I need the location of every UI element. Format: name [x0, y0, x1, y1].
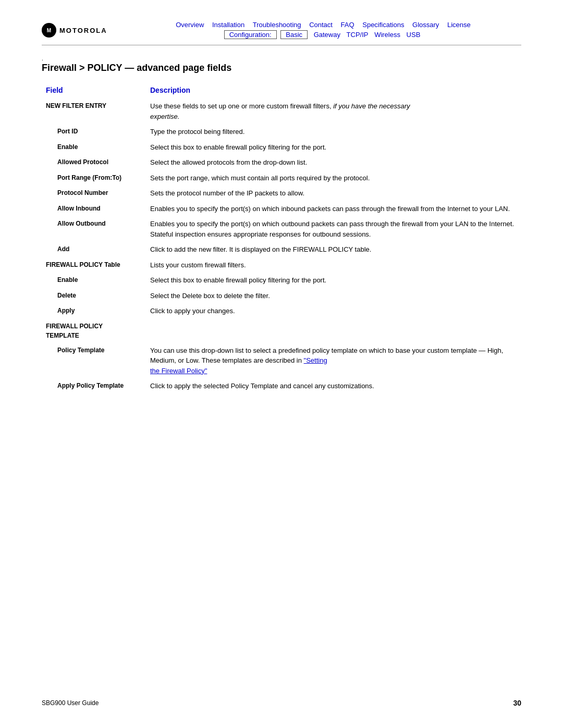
- description-cell: Select this box to enable firewall polic…: [146, 140, 521, 155]
- page-title: Firewall > POLICY — advanced page fields: [42, 63, 521, 73]
- table-row: Protocol NumberSets the protocol number …: [42, 186, 521, 201]
- table-row: FIREWALL POLICY TableLists your custom f…: [42, 257, 521, 273]
- nav-configuration-label: Configuration:: [224, 30, 277, 39]
- italic-text: if you have the necessaryexpertise.: [150, 102, 410, 120]
- field-cell: Delete: [42, 288, 146, 304]
- footer-page-number: 30: [513, 699, 521, 707]
- content-table: Field Description NEW FILTER ENTRYUse th…: [42, 84, 521, 394]
- nav-wireless[interactable]: Wireless: [374, 31, 400, 39]
- nav-contact[interactable]: Contact: [309, 21, 333, 29]
- field-cell: Apply: [42, 303, 146, 319]
- table-header-row: Field Description: [42, 84, 521, 98]
- header-divider: [42, 45, 521, 45]
- description-cell: Lists your custom firewall filters.: [146, 257, 521, 273]
- field-cell: Protocol Number: [42, 186, 146, 201]
- table-row: AddClick to add the new filter. It is di…: [42, 242, 521, 257]
- nav-license[interactable]: License: [447, 21, 471, 29]
- field-cell: Allow Inbound: [42, 201, 146, 217]
- description-cell: Select the allowed protocols from the dr…: [146, 155, 521, 170]
- table-row: EnableSelect this box to enable firewall…: [42, 140, 521, 155]
- svg-text:M: M: [47, 28, 51, 33]
- table-row: DeleteSelect the Delete box to delete th…: [42, 288, 521, 304]
- nav-usb[interactable]: USB: [407, 31, 421, 39]
- table-row: NEW FILTER ENTRYUse these fields to set …: [42, 98, 521, 124]
- field-cell: Add: [42, 242, 146, 257]
- firewall-policy-link[interactable]: "Settingthe Firewall Policy": [150, 356, 327, 375]
- motorola-wordmark: MOTOROLA: [59, 27, 107, 34]
- page-footer: SBG900 User Guide 30: [42, 699, 521, 707]
- field-cell: Port Range (From:To): [42, 170, 146, 186]
- description-cell: Select the Delete box to delete the filt…: [146, 288, 521, 304]
- field-cell: Apply Policy Template: [42, 378, 146, 394]
- nav-row2: Configuration: Basic Gateway TCP/IP Wire…: [125, 31, 521, 39]
- field-cell: FIREWALL POLICY Table: [42, 257, 146, 273]
- nav-glossary[interactable]: Glossary: [412, 21, 439, 29]
- nav-installation[interactable]: Installation: [212, 21, 244, 29]
- table-row: Policy TemplateYou can use this drop-dow…: [42, 343, 521, 379]
- description-cell: Sets the protocol number of the IP packe…: [146, 186, 521, 201]
- table-row: Allow OutboundEnables you to specify the…: [42, 216, 521, 242]
- description-cell: Enables you to specify the port(s) on wh…: [146, 201, 521, 217]
- motorola-logo: M MOTOROLA: [42, 23, 107, 38]
- description-cell: Select this box to enable firewall polic…: [146, 273, 521, 288]
- description-cell: Click to apply your changes.: [146, 303, 521, 319]
- nav-gateway[interactable]: Gateway: [314, 31, 340, 39]
- table-row: ApplyClick to apply your changes.: [42, 303, 521, 319]
- description-cell: You can use this drop-down list to selec…: [146, 343, 521, 379]
- nav-troubleshooting[interactable]: Troubleshooting: [253, 21, 301, 29]
- motorola-circle-icon: M: [42, 23, 56, 38]
- description-cell: Type the protocol being filtered.: [146, 124, 521, 140]
- nav-row1: Overview Installation Troubleshooting Co…: [125, 21, 521, 29]
- logo-area: M MOTOROLA: [42, 21, 125, 38]
- field-cell: Enable: [42, 140, 146, 155]
- description-cell: Sets the port range, which must contain …: [146, 170, 521, 186]
- nav-overview[interactable]: Overview: [176, 21, 204, 29]
- description-cell: Use these fields to set up one or more c…: [146, 98, 521, 124]
- table-row: Allow InboundEnables you to specify the …: [42, 201, 521, 217]
- field-cell: NEW FILTER ENTRY: [42, 98, 146, 124]
- field-cell: Port ID: [42, 124, 146, 140]
- field-cell: Policy Template: [42, 343, 146, 379]
- field-cell: Enable: [42, 273, 146, 288]
- table-row: EnableSelect this box to enable firewall…: [42, 273, 521, 288]
- footer-guide-label: SBG900 User Guide: [42, 699, 99, 707]
- description-cell: Enables you to specify the port(s) on wh…: [146, 216, 521, 242]
- col-description-header: Description: [146, 84, 521, 98]
- table-row: FIREWALL POLICYTEMPLATE: [42, 319, 521, 343]
- table-row: Allowed ProtocolSelect the allowed proto…: [42, 155, 521, 170]
- field-cell: FIREWALL POLICYTEMPLATE: [42, 319, 146, 343]
- dot-decoration: .: [42, 56, 521, 61]
- table-row: Apply Policy TemplateClick to apply the …: [42, 378, 521, 394]
- description-cell: Click to apply the selected Policy Templ…: [146, 378, 521, 394]
- table-row: Port IDType the protocol being filtered.: [42, 124, 521, 140]
- description-cell: Click to add the new filter. It is displ…: [146, 242, 521, 257]
- nav-basic-box[interactable]: Basic: [280, 30, 308, 39]
- nav-tcpip[interactable]: TCP/IP: [347, 31, 369, 39]
- field-cell: Allowed Protocol: [42, 155, 146, 170]
- col-field-header: Field: [42, 84, 146, 98]
- nav-area: Overview Installation Troubleshooting Co…: [125, 21, 521, 40]
- table-row: Port Range (From:To)Sets the port range,…: [42, 170, 521, 186]
- field-cell: Allow Outbound: [42, 216, 146, 242]
- nav-specifications[interactable]: Specifications: [362, 21, 404, 29]
- nav-faq[interactable]: FAQ: [341, 21, 354, 29]
- description-cell: [146, 319, 521, 343]
- header: M MOTOROLA Overview Installation Trouble…: [42, 21, 521, 40]
